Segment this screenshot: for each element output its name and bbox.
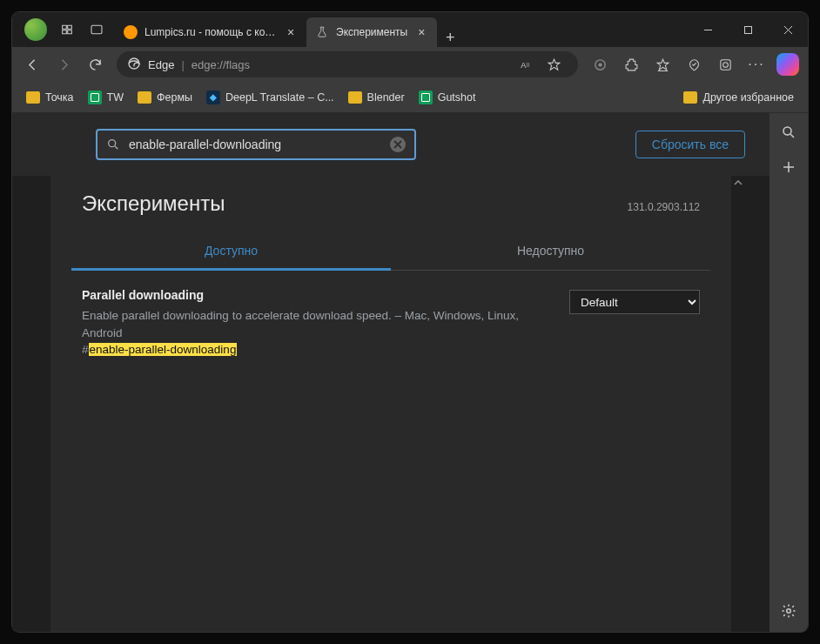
favicon-flask-icon (315, 25, 329, 39)
window-controls (688, 12, 808, 47)
search-row: Сбросить все (12, 129, 770, 176)
tracking-icon[interactable] (585, 50, 615, 78)
bookmark-label: Blender (367, 91, 405, 104)
more-menu-icon[interactable]: ··· (742, 50, 771, 78)
minimize-button[interactable] (688, 12, 728, 47)
deepl-icon: ◆ (206, 91, 220, 104)
scroll-up-icon[interactable] (733, 176, 743, 186)
forward-button[interactable] (49, 50, 78, 78)
flags-body: Эксперименты 131.0.2903.112 Доступно Нед… (50, 176, 731, 632)
tab-actions-icon[interactable] (82, 17, 111, 43)
svg-point-21 (787, 609, 791, 614)
separator: | (181, 58, 184, 71)
folder-icon (26, 91, 40, 104)
svg-point-13 (109, 140, 116, 147)
flag-id-highlight: enable-parallel-downloading (89, 343, 238, 356)
edge-icon (127, 57, 141, 73)
site-identity: Edge (148, 58, 174, 71)
extensions-icon[interactable] (616, 50, 646, 78)
svg-point-17 (783, 127, 791, 135)
flag-title: Parallel downloading (82, 288, 552, 302)
flags-header: Сбросить все (12, 113, 770, 176)
copilot-icon (776, 53, 799, 76)
svg-point-12 (723, 62, 728, 67)
flag-tabs: Доступно Недоступно (71, 233, 710, 271)
svg-line-18 (790, 134, 794, 138)
favicon-lumpics-icon (124, 25, 138, 39)
bookmark-label: Gutshot (438, 91, 476, 104)
bookmark-label: Фермы (157, 91, 192, 104)
page-title: Эксперименты (82, 191, 225, 216)
svg-line-14 (115, 146, 118, 149)
maximize-button[interactable] (728, 12, 768, 47)
sheet-icon (419, 91, 433, 104)
search-input[interactable] (129, 138, 381, 151)
favorites-icon[interactable] (648, 50, 677, 78)
sidebar-search-icon[interactable] (775, 118, 803, 146)
flag-text: Parallel downloading Enable parallel dow… (82, 288, 552, 356)
close-window-button[interactable] (768, 12, 808, 47)
copilot-button[interactable] (773, 50, 803, 78)
search-icon (106, 138, 120, 151)
flag-select[interactable]: Default (569, 290, 700, 314)
back-button[interactable] (17, 50, 47, 78)
clear-search-button[interactable] (390, 137, 406, 152)
bookmark-label: Точка (45, 91, 74, 104)
new-tab-button[interactable]: + (437, 29, 463, 47)
flags-page: Сбросить все Эксперименты 131.0.2903.112… (12, 113, 770, 632)
search-box[interactable] (96, 129, 416, 160)
performance-icon[interactable] (679, 50, 709, 78)
tab-available[interactable]: Доступно (71, 233, 391, 271)
version-label: 131.0.2903.112 (628, 201, 700, 213)
browser-window: Lumpics.ru - помощь с компьюте × Экспери… (12, 12, 808, 632)
workspaces-icon[interactable] (52, 17, 82, 43)
close-icon[interactable]: × (414, 25, 428, 39)
sidebar-settings-icon[interactable] (775, 597, 803, 625)
toolbar: Edge | edge://flags A)) ··· (12, 47, 808, 82)
bookmark-other[interactable]: Другое избранное (676, 85, 801, 110)
flag-description: Enable parallel downloading to accelerat… (82, 307, 552, 343)
tab-lumpics[interactable]: Lumpics.ru - помощь с компьюте × (115, 17, 306, 47)
tab-label: Эксперименты (336, 26, 407, 38)
bookmark-blender[interactable]: Blender (341, 85, 412, 110)
right-sidebar (770, 113, 808, 632)
addr-actions: A)) (512, 50, 568, 78)
svg-rect-2 (744, 26, 751, 33)
flag-item: Parallel downloading Enable parallel dow… (71, 271, 710, 373)
content-area: Сбросить все Эксперименты 131.0.2903.112… (12, 113, 808, 632)
bookmark-fermy[interactable]: Фермы (131, 85, 199, 110)
bookmark-deepl[interactable]: ◆DeepL Translate – С... (199, 85, 341, 110)
svg-rect-11 (720, 59, 729, 69)
sheet-icon (88, 91, 102, 104)
profile-avatar[interactable] (24, 18, 47, 41)
titlebar: Lumpics.ru - помощь с компьюте × Экспери… (12, 12, 808, 47)
bookmarks-bar: Точка TW Фермы ◆DeepL Translate – С... B… (12, 82, 808, 113)
bookmark-tw[interactable]: TW (81, 85, 131, 110)
svg-point-9 (598, 63, 602, 66)
sidebar-add-icon[interactable] (775, 153, 803, 181)
folder-icon (683, 91, 697, 104)
folder-icon (138, 91, 151, 104)
browser-essentials-icon[interactable] (710, 50, 740, 78)
flag-id: #enable-parallel-downloading (82, 343, 552, 356)
close-icon[interactable]: × (284, 25, 298, 39)
favorite-icon[interactable] (540, 50, 568, 78)
read-aloud-icon[interactable]: A)) (512, 50, 540, 78)
hash-symbol: # (82, 343, 89, 356)
url-text: edge://flags (192, 58, 250, 71)
tab-strip: Lumpics.ru - помощь с компьюте × Экспери… (115, 12, 688, 47)
svg-text:)): )) (526, 61, 529, 66)
address-bar[interactable]: Edge | edge://flags A)) (117, 51, 578, 77)
bookmark-label: DeepL Translate – С... (225, 91, 334, 104)
bookmark-label: Другое избранное (702, 91, 794, 104)
bookmark-tochka[interactable]: Точка (19, 85, 81, 110)
folder-icon (348, 91, 362, 104)
bookmark-label: TW (107, 91, 124, 104)
svg-rect-0 (91, 25, 102, 33)
tab-label: Lumpics.ru - помощь с компьюте (145, 26, 277, 38)
tab-experiments[interactable]: Эксперименты × (306, 17, 437, 47)
refresh-button[interactable] (80, 50, 110, 78)
reset-all-button[interactable]: Сбросить все (635, 131, 745, 158)
bookmark-gutshot[interactable]: Gutshot (412, 85, 483, 110)
tab-unavailable[interactable]: Недоступно (391, 233, 710, 271)
